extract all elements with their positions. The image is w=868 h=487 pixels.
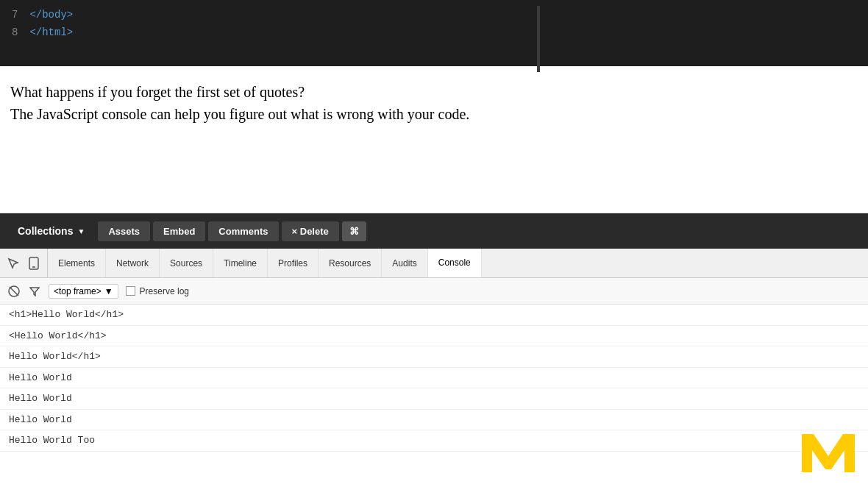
cursor-icon[interactable]	[6, 256, 21, 271]
devtools-tabs: Elements Network Sources Timeline Profil…	[0, 249, 868, 278]
code-content: </body> </html>	[29, 6, 73, 41]
console-line: <Hello World</h1>	[0, 326, 868, 347]
content-line1: What happens if you forget the first set…	[10, 81, 858, 103]
frame-selector[interactable]: <top frame> ▼	[49, 284, 118, 299]
collections-label: Collections	[18, 225, 73, 237]
line-numbers: 7 8	[0, 6, 29, 41]
collections-dropdown[interactable]: Collections ▼	[7, 221, 95, 241]
preserve-log-label: Preserve log	[140, 286, 189, 296]
tab-elements[interactable]: Elements	[48, 249, 106, 277]
preserve-log-checkbox[interactable]	[126, 286, 135, 296]
console-line: Hello World	[0, 368, 868, 389]
console-line: <h1>Hello World</h1>	[0, 305, 868, 326]
filter-icon[interactable]	[28, 285, 41, 298]
console-toolbar: <top frame> ▼ Preserve log	[0, 278, 868, 305]
svg-line-3	[10, 287, 18, 296]
code-editor: 7 8 </body> </html>	[0, 0, 868, 66]
delete-button[interactable]: × Delete	[282, 221, 339, 241]
tab-resources[interactable]: Resources	[319, 249, 382, 277]
tab-console[interactable]: Console	[428, 249, 482, 277]
assets-button[interactable]: Assets	[98, 221, 150, 241]
cmd-button[interactable]: ⌘	[342, 221, 366, 241]
console-line: Hello World Too	[0, 430, 868, 452]
frame-selector-arrow: ▼	[104, 286, 113, 296]
console-line: Hello World	[0, 388, 868, 410]
frame-selector-value: <top frame>	[54, 286, 102, 296]
tab-audits[interactable]: Audits	[382, 249, 427, 277]
chevron-down-icon: ▼	[77, 227, 85, 235]
devtools-panel: Elements Network Sources Timeline Profil…	[0, 249, 868, 487]
preserve-log-area: Preserve log	[126, 286, 189, 296]
clear-console-icon[interactable]	[7, 285, 21, 298]
tab-icons	[0, 249, 48, 277]
console-line: Hello World	[0, 410, 868, 431]
comments-button[interactable]: Comments	[208, 221, 278, 241]
tab-network[interactable]: Network	[106, 249, 160, 277]
tab-sources[interactable]: Sources	[160, 249, 213, 277]
mobile-icon[interactable]	[26, 256, 41, 271]
embed-button[interactable]: Embed	[153, 221, 205, 241]
content-line2: The JavaScript console can help you figu…	[10, 103, 858, 125]
editor-separator	[537, 6, 540, 72]
content-area: What happens if you forget the first set…	[0, 66, 868, 213]
console-output: <h1>Hello World</h1> <Hello World</h1> H…	[0, 305, 868, 487]
tab-timeline[interactable]: Timeline	[213, 249, 268, 277]
devtools-toolbar: Collections ▼ Assets Embed Comments × De…	[0, 213, 868, 249]
console-line: Hello World</h1>	[0, 346, 868, 368]
michigan-logo	[799, 430, 858, 477]
tab-profiles[interactable]: Profiles	[268, 249, 319, 277]
